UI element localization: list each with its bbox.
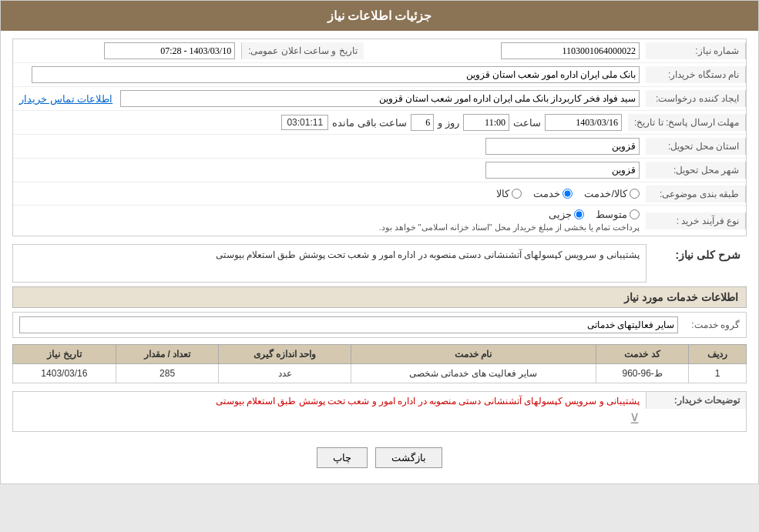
cell-service-code: ط-96-960 — [596, 364, 688, 383]
city-label: شهر محل تحویل: — [646, 162, 746, 179]
purchase-jozei-item: جزیی — [549, 209, 584, 220]
cell-unit: عدد — [219, 364, 351, 383]
category-label: طبقه بندی موضوعی: — [646, 186, 746, 202]
deadline-timer: 03:01:11 — [281, 115, 328, 130]
deadline-days-input[interactable] — [411, 114, 434, 131]
col-unit: واحد اندازه گیری — [219, 345, 351, 364]
purchase-type-group: متوسط جزیی — [19, 209, 640, 220]
requester-input[interactable] — [120, 90, 640, 107]
request-number-input[interactable] — [501, 42, 640, 59]
purchase-motavasset-item: متوسط — [596, 209, 640, 220]
button-row: بازگشت چاپ — [12, 440, 747, 476]
services-table: ردیف کد خدمت نام خدمت واحد اندازه گیری ت… — [12, 344, 747, 383]
purchase-type-row: نوع فرآیند خرید : متوسط جزیی پرداخت تمام… — [13, 206, 746, 236]
category-row: طبقه بندی موضوعی: کالا/خدمت خدمت — [13, 182, 746, 206]
page-header: جزئیات اطلاعات نیاز — [1, 1, 758, 31]
purchase-type-label: نوع فرآیند خرید : — [646, 212, 746, 229]
print-button[interactable]: چاپ — [317, 447, 368, 468]
deadline-date-input[interactable] — [545, 114, 622, 131]
province-input[interactable] — [485, 138, 640, 155]
buyer-name-input[interactable] — [32, 66, 640, 83]
info-section: شماره نیاز: تاریخ و ساعت اعلان عمومی: نا… — [12, 38, 747, 236]
service-group-input[interactable] — [19, 316, 678, 333]
services-section-header: اطلاعات خدمات مورد نیاز — [12, 286, 747, 308]
purchase-motavasset-radio[interactable] — [630, 209, 640, 219]
page-title: جزئیات اطلاعات نیاز — [327, 9, 432, 22]
category-kala-label: کالا — [496, 188, 509, 199]
requester-row: ایجاد کننده درخواست: اطلاعات تماس خریدار — [13, 87, 746, 111]
col-quantity: تعداد / مقدار — [116, 345, 219, 364]
requester-link[interactable]: اطلاعات تماس خریدار — [19, 93, 113, 105]
deadline-time-label: ساعت — [513, 117, 541, 129]
need-description-title: شرح کلی نیاز: — [646, 244, 747, 266]
need-description-content: پشتیبانی و سرویس کپسولهای آتشنشانی دستی … — [12, 244, 646, 283]
need-description-section: شرح کلی نیاز: پشتیبانی و سرویس کپسولهای … — [12, 244, 747, 283]
category-kala-radio[interactable] — [512, 189, 522, 199]
announce-date-label: تاریخ و ساعت اعلان عمومی: — [241, 42, 364, 59]
category-kala-khadamat-label: کالا/خدمت — [584, 188, 627, 199]
request-number-row: شماره نیاز: تاریخ و ساعت اعلان عمومی: — [13, 39, 746, 63]
cell-quantity: 285 — [116, 364, 219, 383]
deadline-row: مهلت ارسال پاسخ: تا تاریخ: ساعت روز و سا… — [13, 111, 746, 135]
cell-service-name: سایر فعالیت های خدماتی شخصی — [351, 364, 596, 383]
category-radio-group: کالا/خدمت خدمت کالا — [19, 188, 640, 199]
main-content: شماره نیاز: تاریخ و ساعت اعلان عمومی: نا… — [1, 31, 758, 483]
buyer-name-row: نام دستگاه خریدار: — [13, 63, 746, 87]
back-button[interactable]: بازگشت — [375, 447, 442, 468]
purchase-jozei-radio[interactable] — [574, 209, 584, 219]
purchase-note: پرداخت تمام یا بخشی از مبلغ خریدار محل "… — [19, 223, 640, 233]
deadline-time-input[interactable] — [463, 114, 509, 131]
table-row: 1 ط-96-960 سایر فعالیت های خدماتی شخصی ع… — [13, 364, 747, 383]
purchase-motavasset-label: متوسط — [596, 209, 627, 220]
deadline-day-label: روز و — [438, 117, 459, 129]
deadline-remaining-label: ساعت باقی مانده — [332, 117, 407, 129]
attachment-icon: ⊻ — [19, 410, 640, 427]
purchase-jozei-label: جزیی — [549, 209, 572, 220]
col-row-num: ردیف — [689, 345, 747, 364]
buyer-description-content: پشتیبانی و سرویس کپسولهای آتشنشانی دستی … — [13, 392, 646, 431]
buyer-description-section: توضیحات خریدار: پشتیبانی و سرویس کپسولها… — [12, 391, 747, 432]
buyer-description-title: توضیحات خریدار: — [646, 392, 746, 409]
city-input[interactable] — [485, 162, 640, 179]
service-group-label: گروه خدمت: — [678, 320, 740, 330]
request-number-label: شماره نیاز: — [646, 42, 746, 59]
city-row: شهر محل تحویل: — [13, 159, 746, 182]
col-service-code: کد خدمت — [596, 345, 688, 364]
col-date: تاریخ نیاز — [13, 345, 116, 364]
requester-label: ایجاد کننده درخواست: — [646, 90, 746, 107]
deadline-label: مهلت ارسال پاسخ: تا تاریخ: — [628, 114, 746, 131]
category-khadamat-radio[interactable] — [563, 189, 573, 199]
province-row: استان محل تحویل: — [13, 135, 746, 159]
cell-row-num: 1 — [689, 364, 747, 383]
col-service-name: نام خدمت — [351, 345, 596, 364]
category-khadamat-item: خدمت — [533, 188, 573, 199]
page-container: جزئیات اطلاعات نیاز شماره نیاز: تاریخ و … — [0, 0, 759, 484]
buyer-name-label: نام دستگاه خریدار: — [646, 66, 746, 83]
province-label: استان محل تحویل: — [646, 138, 746, 155]
category-kala-khadamat-radio[interactable] — [630, 189, 640, 199]
cell-date: 1403/03/16 — [13, 364, 116, 383]
buyer-description-text: پشتیبانی و سرویس کپسولهای آتشنشانی دستی … — [19, 396, 640, 407]
service-group-row: گروه خدمت: — [12, 312, 747, 338]
services-table-section: ردیف کد خدمت نام خدمت واحد اندازه گیری ت… — [12, 344, 747, 383]
category-khadamat-label: خدمت — [533, 188, 560, 199]
category-kala-item: کالا — [496, 188, 522, 199]
announce-date-input[interactable] — [104, 42, 235, 59]
category-kala-khadamat-item: کالا/خدمت — [584, 188, 640, 199]
